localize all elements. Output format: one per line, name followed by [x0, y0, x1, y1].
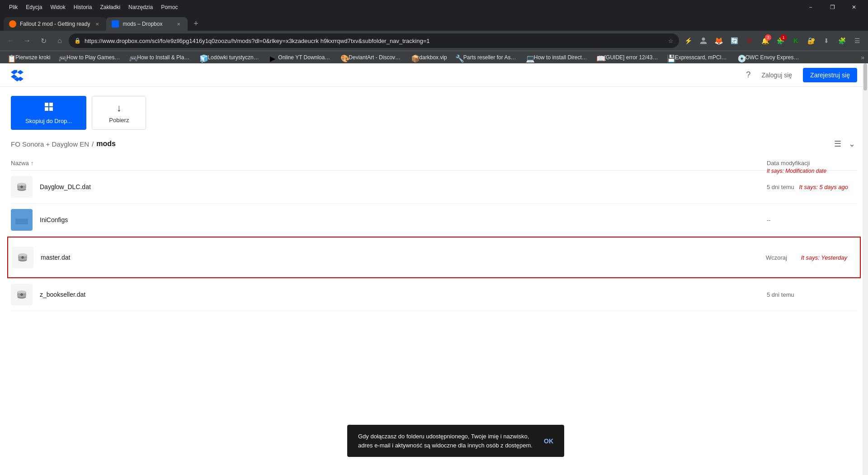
menu-zakladki[interactable]: Zakładki	[96, 2, 124, 12]
file-row-master[interactable]: master.dat Wczoraj It says: Yesterday	[12, 238, 856, 277]
tab-close-fallout[interactable]: ✕	[94, 20, 101, 28]
column-date-header: Data modyfikacji It says: Modification d…	[767, 160, 857, 166]
new-tab-button[interactable]: +	[189, 17, 202, 30]
breadcrumb-area: FO Sonora + Dayglow EN / mods ☰ ⌄	[0, 137, 868, 156]
bookmark-yt-downloader[interactable]: ▶ Online YT Downloader	[266, 53, 336, 62]
extensions-puzzle-icon[interactable]: 🧩	[835, 33, 849, 48]
scrollbar-thumb[interactable]	[863, 63, 867, 90]
vpn-icon[interactable]: 🔐	[804, 33, 818, 48]
mozilla-icon[interactable]: 🦊	[712, 33, 726, 48]
minimize-button[interactable]: −	[800, 0, 821, 14]
bookmark-deviantart[interactable]: 🎨 DeviantArt - Discover ...	[337, 53, 406, 62]
toast-text: Gdy dołączasz do folderu udostępnionego,…	[358, 432, 533, 450]
bookmarks-bar: 📋 Pierwsze kroki 🎮 How to Play Games wi.…	[0, 51, 868, 63]
bookmark-label-2: How to Install & Play ...	[137, 54, 191, 61]
toast-ok-button[interactable]: OK	[544, 437, 553, 445]
bookmark-favicon-1: 🎮	[58, 54, 65, 61]
bookmark-darkbox[interactable]: 📦 darkbox.vip	[407, 53, 450, 62]
bookmark-star-icon[interactable]: ☆	[668, 38, 674, 44]
download-manager-icon[interactable]: ⬇	[819, 33, 834, 48]
bookmark-favicon-10: 💾	[667, 54, 673, 61]
dat-file-icon-master	[16, 251, 29, 264]
bookmark-favicon-4: ▶	[270, 54, 276, 61]
menu-narzedzia[interactable]: Narzędzia	[125, 2, 156, 12]
close-button[interactable]: ✕	[844, 0, 864, 14]
breadcrumb-separator: /	[92, 140, 94, 148]
register-button[interactable]: Zarejestruj się	[803, 68, 857, 82]
file-date-bookseller: 5 dni temu	[767, 291, 857, 298]
tab-fallout[interactable]: Fallout 2 mod - Getting ready ✕	[4, 17, 106, 31]
breadcrumb-parent[interactable]: FO Sonora + Dayglow EN	[11, 140, 89, 148]
breadcrumb: FO Sonora + Dayglow EN / mods	[11, 140, 116, 148]
file-icon-master	[12, 247, 33, 268]
dat-file-icon-bookseller	[15, 288, 28, 301]
menu-icon[interactable]: ☰	[850, 33, 864, 48]
help-icon[interactable]: ?	[746, 70, 750, 80]
file-row-iniconfigs[interactable]: IniConfigs --	[11, 204, 857, 237]
bookmark-expresscard[interactable]: 💾 Expresscard, mPCle, ...	[663, 53, 733, 62]
bookmark-label-4: Online YT Downloader	[278, 54, 332, 61]
bookmark-pierwsze-kroki[interactable]: 📋 Pierwsze kroki	[4, 53, 54, 62]
file-name-master: master.dat	[41, 254, 766, 261]
dropbox-logo[interactable]	[11, 69, 24, 81]
opera-icon[interactable]: O	[742, 33, 757, 48]
login-button[interactable]: Zaloguj się	[756, 68, 797, 82]
download-button[interactable]: ↓ Pobierz	[92, 96, 146, 130]
extensions-icon[interactable]: ⚡	[681, 33, 695, 48]
file-date-annotation-master: It says: Yesterday	[801, 254, 847, 261]
download-icon: ↓	[117, 102, 122, 114]
sort-options-icon[interactable]: ⌄	[847, 137, 857, 151]
highlighted-row-container: master.dat Wczoraj It says: Yesterday	[7, 237, 861, 278]
addon-icon[interactable]: 🧩 1	[773, 33, 788, 48]
svg-rect-2	[45, 107, 48, 111]
bookmark-owc[interactable]: 💿 OWC Envoy Express o...	[734, 53, 803, 62]
bookmark-parts-reseller[interactable]: 🔧 Parts reseller for Asus ...	[452, 53, 521, 62]
bookmark-label-3: Lodówki turystyczne -...	[208, 54, 262, 61]
reload-button[interactable]: ↻	[36, 33, 51, 48]
save-to-dropbox-button[interactable]: Skopiuj do Drop...	[11, 96, 86, 130]
breadcrumb-controls: ☰ ⌄	[832, 137, 857, 151]
bookmark-guide-error[interactable]: 📖 [GUIDE] error 12/43 &...	[593, 53, 662, 62]
notification-icon[interactable]: 🔔 3	[758, 33, 772, 48]
bookmark-directx[interactable]: 💻 How to install DirectX ...	[522, 53, 592, 62]
bookmark-lodowki[interactable]: 🧊 Lodówki turystyczne -...	[196, 53, 265, 62]
dropbox-logo-icon	[11, 69, 24, 81]
dropbox-header: ? Zaloguj się Zarejestruj się	[0, 63, 868, 87]
file-icon-dayglow	[11, 176, 33, 198]
svg-point-19	[17, 290, 26, 294]
menu-widok[interactable]: Widok	[47, 2, 69, 12]
bookmark-label-6: darkbox.vip	[419, 54, 447, 61]
back-button[interactable]: ←	[4, 33, 18, 48]
tab-close-dropbox[interactable]: ✕	[175, 20, 182, 28]
menu-plik[interactable]: Plik	[5, 2, 21, 12]
menu-historia[interactable]: Historia	[70, 2, 96, 12]
sync-icon[interactable]: 🔄	[727, 33, 741, 48]
menu-edycja[interactable]: Edycja	[22, 2, 46, 12]
file-row-dayglow[interactable]: Dayglow_DLC.dat 5 dni temu It says: 5 da…	[11, 171, 857, 204]
address-bar[interactable]: 🔒 https://www.dropbox.com/scl/fo/e9zll6p…	[69, 33, 679, 48]
maximize-button[interactable]: ❐	[822, 0, 843, 14]
bookmarks-more-icon[interactable]: »	[861, 54, 864, 61]
menu-pomoc[interactable]: Pomoc	[157, 2, 181, 12]
tab-dropbox[interactable]: mods – Dropbox ✕	[106, 17, 188, 31]
breadcrumb-current: mods	[96, 140, 116, 148]
bookmark-favicon-2: 🎮	[129, 54, 135, 61]
list-view-icon[interactable]: ☰	[832, 137, 843, 151]
file-row-bookseller[interactable]: z_bookseller.dat 5 dni temu	[11, 278, 857, 311]
forward-button[interactable]: →	[20, 33, 34, 48]
bookmark-favicon-9: 📖	[596, 54, 603, 61]
bookmark-label-0: Pierwsze kroki	[15, 54, 50, 61]
column-name-header[interactable]: Nazwa ↑	[11, 160, 767, 166]
bookmark-favicon-5: 🎨	[340, 54, 347, 61]
browser-frame: Plik Edycja Widok Historia Zakładki Narz…	[0, 0, 868, 475]
scrollbar-track	[863, 63, 868, 475]
download-label: Pobierz	[109, 117, 129, 124]
folder-svg	[15, 214, 28, 226]
bookmark-how-to-install[interactable]: 🎮 How to Install & Play ...	[125, 53, 195, 62]
bookmark-how-to-play[interactable]: 🎮 How to Play Games wi...	[55, 53, 124, 62]
account-icon[interactable]	[696, 33, 711, 48]
bookmark-label-11: OWC Envoy Express o...	[745, 54, 800, 61]
kaspersky-icon[interactable]: K	[788, 33, 803, 48]
bookmark-label-10: Expresscard, mPCle, ...	[675, 54, 729, 61]
home-button[interactable]: ⌂	[52, 33, 67, 48]
